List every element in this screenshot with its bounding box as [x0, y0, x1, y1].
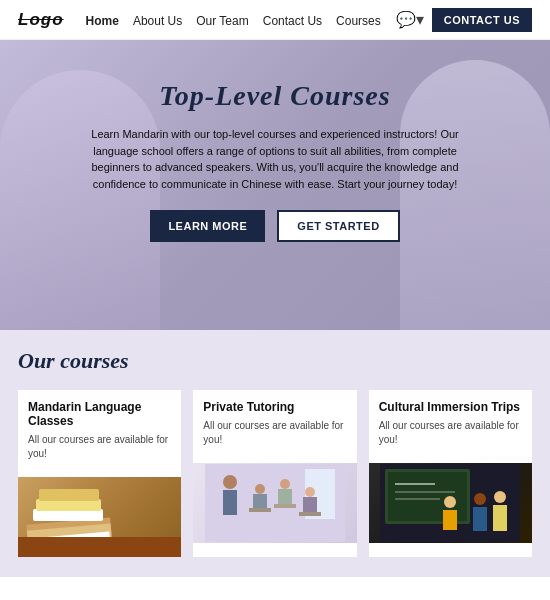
- navbar: Logo Home About Us Our Team Contact Us C…: [0, 0, 550, 40]
- courses-section: Our courses Mandarin Language Classes Al…: [0, 330, 550, 577]
- svg-rect-23: [443, 510, 457, 530]
- svg-point-26: [494, 491, 506, 503]
- hero-section: Top-level courses Learn Mandarin with ou…: [0, 40, 550, 330]
- hero-subtitle: Learn Mandarin with our top-level course…: [80, 126, 470, 192]
- courses-section-title: Our courses: [18, 348, 532, 374]
- hero-title: Top-level courses: [60, 80, 490, 112]
- course-card-mandarin-title: Mandarin Language Classes: [28, 400, 171, 428]
- course-card-mandarin-image: [18, 477, 181, 557]
- course-card-tutoring-title: Private Tutoring: [203, 400, 346, 414]
- svg-point-22: [444, 496, 456, 508]
- svg-rect-9: [249, 508, 271, 512]
- nav-item-courses[interactable]: Courses: [336, 11, 381, 29]
- chat-icon[interactable]: 💬▾: [396, 10, 424, 29]
- logo: Logo: [18, 10, 64, 30]
- svg-rect-15: [299, 512, 321, 516]
- course-card-cultural-title: Cultural Immersion Trips: [379, 400, 522, 414]
- svg-point-10: [280, 479, 290, 489]
- svg-rect-2: [39, 489, 99, 501]
- course-card-mandarin-content: Mandarin Language Classes All our course…: [18, 390, 181, 477]
- nav-item-about[interactable]: About Us: [133, 11, 182, 29]
- books-svg: [28, 479, 128, 539]
- nav-item-home[interactable]: Home: [86, 11, 119, 29]
- svg-point-5: [223, 475, 237, 489]
- tutoring-svg: [205, 464, 345, 542]
- svg-rect-25: [473, 507, 487, 531]
- courses-grid: Mandarin Language Classes All our course…: [18, 390, 532, 557]
- hero-buttons: LEARN MORE GET STARTED: [60, 210, 490, 242]
- nav-item-team[interactable]: Our Team: [196, 11, 248, 29]
- nav-item-contact[interactable]: Contact Us: [263, 11, 322, 29]
- svg-point-24: [474, 493, 486, 505]
- course-card-tutoring-desc: All our courses are available for you!: [203, 419, 346, 447]
- course-card-tutoring-image: [193, 463, 356, 543]
- table-surface: [18, 537, 181, 557]
- course-card-cultural-image: [369, 463, 532, 543]
- nav-links: Home About Us Our Team Contact Us Course…: [86, 11, 396, 29]
- svg-rect-12: [274, 504, 296, 508]
- svg-rect-6: [223, 490, 237, 515]
- contact-us-button[interactable]: CONTACT US: [432, 8, 532, 32]
- course-card-tutoring-content: Private Tutoring All our courses are ava…: [193, 390, 356, 463]
- svg-point-7: [255, 484, 265, 494]
- course-card-cultural-desc: All our courses are available for you!: [379, 419, 522, 447]
- course-card-tutoring: Private Tutoring All our courses are ava…: [193, 390, 356, 557]
- course-card-mandarin: Mandarin Language Classes All our course…: [18, 390, 181, 557]
- hero-content: Top-level courses Learn Mandarin with ou…: [0, 40, 550, 242]
- cultural-svg: [380, 464, 520, 542]
- course-card-mandarin-desc: All our courses are available for you!: [28, 433, 171, 461]
- course-card-cultural: Cultural Immersion Trips All our courses…: [369, 390, 532, 557]
- svg-point-13: [305, 487, 315, 497]
- get-started-button[interactable]: GET STARTED: [277, 210, 399, 242]
- svg-rect-27: [493, 505, 507, 531]
- learn-more-button[interactable]: LEARN MORE: [150, 210, 265, 242]
- nav-right: 💬▾ CONTACT US: [396, 8, 532, 32]
- course-card-cultural-content: Cultural Immersion Trips All our courses…: [369, 390, 532, 463]
